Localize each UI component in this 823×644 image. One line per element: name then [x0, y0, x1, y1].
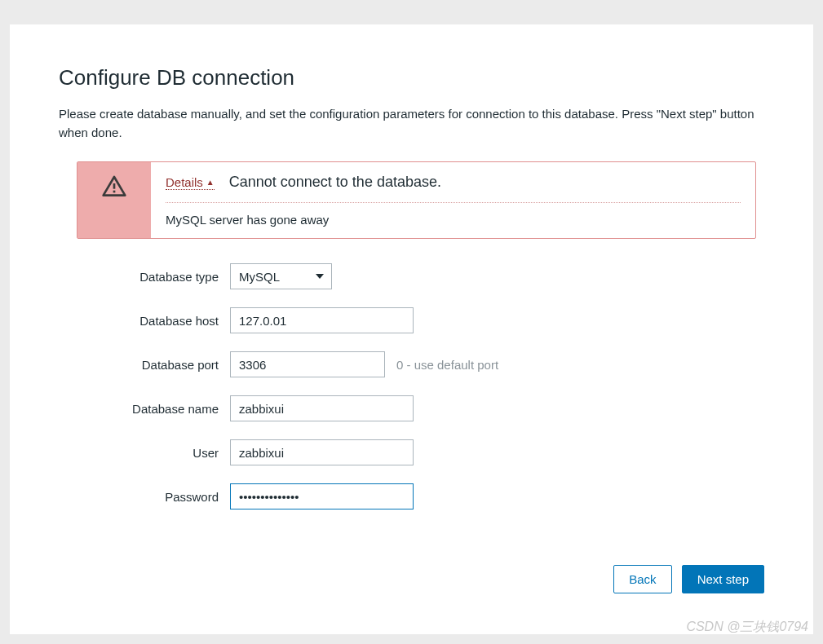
next-step-button[interactable]: Next step — [682, 565, 764, 593]
arrow-up-icon: ▲ — [206, 178, 215, 187]
user-input[interactable] — [230, 439, 414, 465]
error-title: Cannot connect to the database. — [229, 174, 441, 191]
warning-icon — [101, 174, 127, 203]
error-content: Details ▲ Cannot connect to the database… — [151, 162, 755, 238]
error-box: Details ▲ Cannot connect to the database… — [77, 161, 756, 239]
db-host-input[interactable] — [230, 307, 414, 333]
db-port-hint: 0 - use default port — [396, 358, 498, 372]
description-text: Please create database manually, and set… — [59, 105, 764, 142]
db-type-select[interactable]: MySQL — [230, 263, 332, 289]
page-title: Configure DB connection — [59, 65, 764, 90]
db-name-input[interactable] — [230, 395, 414, 421]
details-label: Details — [166, 175, 203, 189]
svg-rect-0 — [113, 183, 116, 189]
svg-rect-1 — [113, 191, 116, 193]
error-header: Details ▲ Cannot connect to the database… — [166, 174, 741, 203]
db-form: Database type MySQL Database host Databa… — [59, 263, 764, 509]
row-db-name: Database name — [59, 395, 764, 421]
label-password: Password — [59, 490, 230, 504]
select-wrapper: MySQL — [230, 263, 332, 289]
error-icon-column — [77, 162, 151, 238]
label-db-port: Database port — [59, 358, 230, 372]
row-user: User — [59, 439, 764, 465]
row-db-type: Database type MySQL — [59, 263, 764, 289]
details-toggle[interactable]: Details ▲ — [166, 175, 215, 190]
password-input[interactable] — [230, 483, 414, 509]
row-db-host: Database host — [59, 307, 764, 333]
button-row: Back Next step — [613, 565, 764, 593]
row-password: Password — [59, 483, 764, 509]
label-user: User — [59, 446, 230, 460]
db-port-input[interactable] — [230, 351, 385, 377]
label-db-type: Database type — [59, 270, 230, 284]
row-db-port: Database port 0 - use default port — [59, 351, 764, 377]
back-button[interactable]: Back — [613, 565, 671, 593]
config-card: Configure DB connection Please create da… — [10, 24, 813, 634]
label-db-host: Database host — [59, 314, 230, 328]
label-db-name: Database name — [59, 402, 230, 416]
error-message: MySQL server has gone away — [166, 213, 741, 227]
